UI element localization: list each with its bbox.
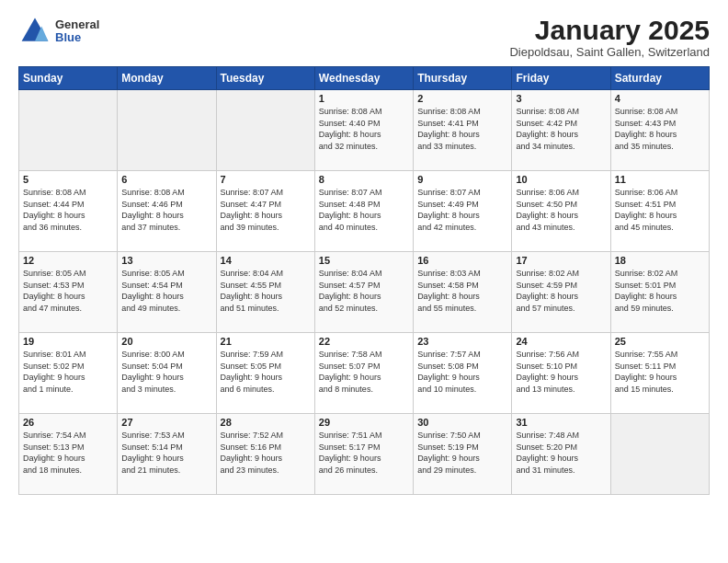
day-info: Sunrise: 8:00 AM Sunset: 5:04 PM Dayligh… (121, 349, 211, 395)
day-info: Sunrise: 8:08 AM Sunset: 4:41 PM Dayligh… (417, 106, 507, 152)
calendar-cell: 10Sunrise: 8:06 AM Sunset: 4:50 PM Dayli… (512, 171, 610, 252)
calendar-week-row: 1Sunrise: 8:08 AM Sunset: 4:40 PM Daylig… (19, 90, 710, 171)
calendar-cell: 31Sunrise: 7:48 AM Sunset: 5:20 PM Dayli… (512, 414, 610, 495)
day-number: 25 (615, 336, 705, 347)
calendar-week-row: 26Sunrise: 7:54 AM Sunset: 5:13 PM Dayli… (19, 414, 710, 495)
calendar-cell (610, 414, 709, 495)
day-number: 23 (417, 336, 507, 347)
day-number: 9 (417, 174, 507, 185)
day-info: Sunrise: 7:54 AM Sunset: 5:13 PM Dayligh… (23, 430, 113, 476)
calendar-cell: 12Sunrise: 8:05 AM Sunset: 4:53 PM Dayli… (19, 252, 118, 333)
calendar-cell: 6Sunrise: 8:08 AM Sunset: 4:46 PM Daylig… (118, 171, 216, 252)
calendar-header-row: SundayMondayTuesdayWednesdayThursdayFrid… (19, 67, 710, 90)
calendar-subtitle: Diepoldsau, Saint Gallen, Switzerland (509, 45, 710, 59)
calendar-cell: 2Sunrise: 8:08 AM Sunset: 4:41 PM Daylig… (414, 90, 512, 171)
day-info: Sunrise: 8:07 AM Sunset: 4:49 PM Dayligh… (417, 187, 507, 233)
day-info: Sunrise: 8:08 AM Sunset: 4:44 PM Dayligh… (23, 187, 113, 233)
day-number: 7 (221, 174, 311, 185)
logo-icon (18, 15, 51, 48)
day-info: Sunrise: 8:08 AM Sunset: 4:43 PM Dayligh… (615, 106, 705, 152)
calendar-cell: 15Sunrise: 8:04 AM Sunset: 4:57 PM Dayli… (314, 252, 413, 333)
day-number: 15 (319, 255, 409, 266)
calendar-cell: 22Sunrise: 7:58 AM Sunset: 5:07 PM Dayli… (314, 333, 413, 414)
day-number: 11 (615, 174, 705, 185)
header: General Blue January 2025 Diepoldsau, Sa… (18, 15, 710, 59)
calendar-week-row: 12Sunrise: 8:05 AM Sunset: 4:53 PM Dayli… (19, 252, 710, 333)
calendar-cell: 26Sunrise: 7:54 AM Sunset: 5:13 PM Dayli… (19, 414, 118, 495)
day-number: 20 (121, 336, 211, 347)
day-info: Sunrise: 8:04 AM Sunset: 4:57 PM Dayligh… (319, 268, 409, 314)
day-number: 17 (516, 255, 606, 266)
day-info: Sunrise: 7:59 AM Sunset: 5:05 PM Dayligh… (221, 349, 311, 395)
calendar-cell: 18Sunrise: 8:02 AM Sunset: 5:01 PM Dayli… (610, 252, 709, 333)
day-number: 26 (23, 417, 113, 428)
col-header-tuesday: Tuesday (216, 67, 314, 90)
col-header-wednesday: Wednesday (314, 67, 413, 90)
day-info: Sunrise: 8:08 AM Sunset: 4:42 PM Dayligh… (516, 106, 606, 152)
day-number: 14 (221, 255, 311, 266)
calendar-cell (216, 90, 314, 171)
col-header-monday: Monday (118, 67, 216, 90)
calendar-cell: 30Sunrise: 7:50 AM Sunset: 5:19 PM Dayli… (414, 414, 512, 495)
logo-text: General Blue (55, 18, 99, 45)
day-info: Sunrise: 7:53 AM Sunset: 5:14 PM Dayligh… (121, 430, 211, 476)
calendar-cell: 29Sunrise: 7:51 AM Sunset: 5:17 PM Dayli… (314, 414, 413, 495)
calendar-cell (118, 90, 216, 171)
day-number: 21 (221, 336, 311, 347)
calendar-week-row: 19Sunrise: 8:01 AM Sunset: 5:02 PM Dayli… (19, 333, 710, 414)
day-number: 18 (615, 255, 705, 266)
calendar-cell: 28Sunrise: 7:52 AM Sunset: 5:16 PM Dayli… (216, 414, 314, 495)
day-number: 12 (23, 255, 113, 266)
calendar-cell: 1Sunrise: 8:08 AM Sunset: 4:40 PM Daylig… (314, 90, 413, 171)
day-info: Sunrise: 8:06 AM Sunset: 4:51 PM Dayligh… (615, 187, 705, 233)
day-number: 4 (615, 93, 705, 104)
calendar-cell: 14Sunrise: 8:04 AM Sunset: 4:55 PM Dayli… (216, 252, 314, 333)
calendar-cell: 27Sunrise: 7:53 AM Sunset: 5:14 PM Dayli… (118, 414, 216, 495)
logo-general: General (55, 18, 99, 31)
day-number: 10 (516, 174, 606, 185)
day-number: 8 (319, 174, 409, 185)
calendar-cell: 7Sunrise: 8:07 AM Sunset: 4:47 PM Daylig… (216, 171, 314, 252)
col-header-friday: Friday (512, 67, 610, 90)
day-info: Sunrise: 8:03 AM Sunset: 4:58 PM Dayligh… (417, 268, 507, 314)
calendar-cell: 13Sunrise: 8:05 AM Sunset: 4:54 PM Dayli… (118, 252, 216, 333)
day-number: 31 (516, 417, 606, 428)
day-info: Sunrise: 8:07 AM Sunset: 4:47 PM Dayligh… (221, 187, 311, 233)
day-number: 29 (319, 417, 409, 428)
day-number: 16 (417, 255, 507, 266)
calendar-title: January 2025 (509, 15, 710, 45)
day-info: Sunrise: 8:08 AM Sunset: 4:40 PM Dayligh… (319, 106, 409, 152)
day-info: Sunrise: 8:05 AM Sunset: 4:53 PM Dayligh… (23, 268, 113, 314)
day-info: Sunrise: 8:06 AM Sunset: 4:50 PM Dayligh… (516, 187, 606, 233)
calendar-cell: 20Sunrise: 8:00 AM Sunset: 5:04 PM Dayli… (118, 333, 216, 414)
day-info: Sunrise: 7:48 AM Sunset: 5:20 PM Dayligh… (516, 430, 606, 476)
day-number: 22 (319, 336, 409, 347)
day-info: Sunrise: 7:50 AM Sunset: 5:19 PM Dayligh… (417, 430, 507, 476)
day-info: Sunrise: 7:51 AM Sunset: 5:17 PM Dayligh… (319, 430, 409, 476)
calendar-table: SundayMondayTuesdayWednesdayThursdayFrid… (18, 66, 710, 495)
day-info: Sunrise: 7:55 AM Sunset: 5:11 PM Dayligh… (615, 349, 705, 395)
day-number: 30 (417, 417, 507, 428)
day-info: Sunrise: 8:08 AM Sunset: 4:46 PM Dayligh… (121, 187, 211, 233)
day-number: 27 (121, 417, 211, 428)
day-number: 19 (23, 336, 113, 347)
calendar-cell (19, 90, 118, 171)
col-header-thursday: Thursday (414, 67, 512, 90)
calendar-week-row: 5Sunrise: 8:08 AM Sunset: 4:44 PM Daylig… (19, 171, 710, 252)
calendar-cell: 23Sunrise: 7:57 AM Sunset: 5:08 PM Dayli… (414, 333, 512, 414)
day-info: Sunrise: 8:05 AM Sunset: 4:54 PM Dayligh… (121, 268, 211, 314)
calendar-cell: 4Sunrise: 8:08 AM Sunset: 4:43 PM Daylig… (610, 90, 709, 171)
day-number: 6 (121, 174, 211, 185)
day-number: 3 (516, 93, 606, 104)
calendar-cell: 19Sunrise: 8:01 AM Sunset: 5:02 PM Dayli… (19, 333, 118, 414)
day-number: 24 (516, 336, 606, 347)
calendar-cell: 5Sunrise: 8:08 AM Sunset: 4:44 PM Daylig… (19, 171, 118, 252)
day-number: 1 (319, 93, 409, 104)
title-section: January 2025 Diepoldsau, Saint Gallen, S… (509, 15, 710, 59)
day-info: Sunrise: 8:07 AM Sunset: 4:48 PM Dayligh… (319, 187, 409, 233)
day-info: Sunrise: 8:02 AM Sunset: 5:01 PM Dayligh… (615, 268, 705, 314)
day-info: Sunrise: 7:52 AM Sunset: 5:16 PM Dayligh… (221, 430, 311, 476)
calendar-cell: 9Sunrise: 8:07 AM Sunset: 4:49 PM Daylig… (414, 171, 512, 252)
day-info: Sunrise: 8:01 AM Sunset: 5:02 PM Dayligh… (23, 349, 113, 395)
logo: General Blue (18, 15, 99, 48)
